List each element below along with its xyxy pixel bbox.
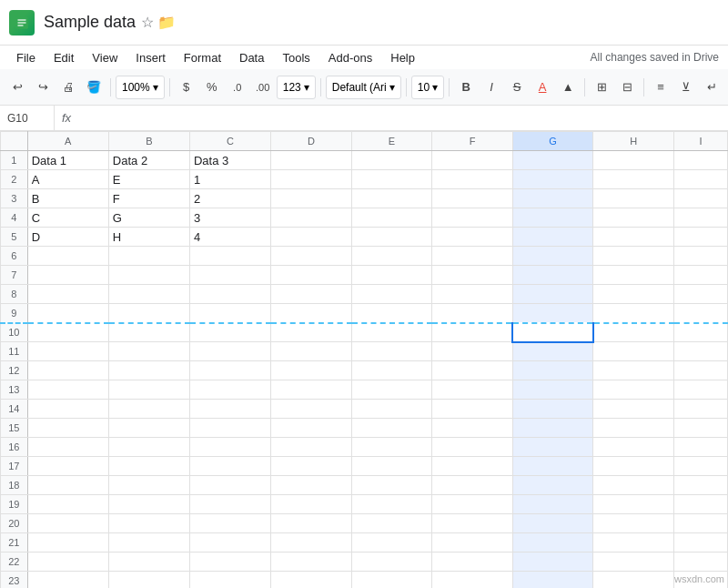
cell-H8[interactable] [593, 285, 674, 304]
cell-G12[interactable] [512, 361, 593, 380]
cell-C7[interactable] [189, 266, 270, 285]
cell-B1[interactable]: Data 2 [108, 151, 189, 170]
row-header-4[interactable]: 4 [1, 208, 28, 228]
cell-B18[interactable] [108, 476, 189, 495]
cell-G16[interactable] [512, 438, 593, 457]
cell-A12[interactable] [27, 361, 108, 380]
cell-B20[interactable] [108, 514, 189, 533]
cell-I12[interactable] [673, 361, 727, 380]
row-header-17[interactable]: 17 [1, 457, 28, 476]
cell-H20[interactable] [593, 514, 674, 533]
menu-tools[interactable]: Tools [275, 49, 317, 66]
cell-D9[interactable] [271, 304, 352, 323]
cell-B21[interactable] [108, 533, 189, 553]
cell-F6[interactable] [432, 247, 513, 266]
cell-D20[interactable] [271, 514, 352, 533]
cell-I22[interactable] [673, 553, 727, 572]
cell-A14[interactable] [27, 400, 108, 419]
cell-H4[interactable] [593, 208, 674, 228]
cell-H15[interactable] [593, 419, 674, 438]
cell-B23[interactable] [108, 572, 189, 589]
col-header-C[interactable]: C [189, 132, 270, 151]
cell-B10[interactable] [108, 323, 189, 342]
zoom-dropdown[interactable]: 100% ▾ [116, 76, 165, 99]
cell-C12[interactable] [189, 361, 270, 380]
cell-A21[interactable] [27, 533, 108, 553]
cell-B12[interactable] [108, 361, 189, 380]
cell-B15[interactable] [108, 419, 189, 438]
cell-H1[interactable] [593, 151, 674, 170]
cell-C9[interactable] [189, 304, 270, 323]
cell-A2[interactable]: A [27, 170, 108, 189]
cell-E17[interactable] [351, 457, 432, 476]
cell-A17[interactable] [27, 457, 108, 476]
cell-B9[interactable] [108, 304, 189, 323]
borders-button[interactable]: ⊞ [590, 76, 613, 99]
cell-H3[interactable] [593, 189, 674, 208]
menu-insert[interactable]: Insert [128, 49, 173, 66]
font-dropdown[interactable]: Default (Ari ▾ [326, 76, 401, 99]
col-header-D[interactable]: D [271, 132, 352, 151]
cell-D15[interactable] [271, 419, 352, 438]
cell-A10[interactable] [27, 323, 108, 342]
cell-G3[interactable] [512, 189, 593, 208]
print-button[interactable]: 🖨 [56, 76, 80, 99]
cell-E10[interactable] [351, 323, 432, 342]
cell-A22[interactable] [27, 553, 108, 572]
cell-G21[interactable] [512, 533, 593, 553]
cell-E20[interactable] [351, 514, 432, 533]
cell-F2[interactable] [432, 170, 513, 189]
cell-B14[interactable] [108, 400, 189, 419]
cell-D4[interactable] [271, 208, 352, 228]
menu-help[interactable]: Help [383, 49, 422, 66]
cell-D3[interactable] [271, 189, 352, 208]
cell-H7[interactable] [593, 266, 674, 285]
cell-E6[interactable] [351, 247, 432, 266]
cell-A20[interactable] [27, 514, 108, 533]
cell-E5[interactable] [351, 228, 432, 247]
cell-E22[interactable] [351, 553, 432, 572]
cell-D14[interactable] [271, 400, 352, 419]
cell-ref-box[interactable]: G10 [0, 106, 55, 130]
row-header-6[interactable]: 6 [1, 247, 28, 266]
cell-F9[interactable] [432, 304, 513, 323]
cell-D13[interactable] [271, 380, 352, 400]
cell-C16[interactable] [189, 438, 270, 457]
cell-F8[interactable] [432, 285, 513, 304]
cell-B6[interactable] [108, 247, 189, 266]
cell-A7[interactable] [27, 266, 108, 285]
cell-C3[interactable]: 2 [189, 189, 270, 208]
cell-C8[interactable] [189, 285, 270, 304]
cell-H5[interactable] [593, 228, 674, 247]
col-header-H[interactable]: H [593, 132, 674, 151]
row-header-2[interactable]: 2 [1, 170, 28, 189]
cell-I16[interactable] [673, 438, 727, 457]
cell-G14[interactable] [512, 400, 593, 419]
cell-E3[interactable] [351, 189, 432, 208]
menu-view[interactable]: View [85, 49, 125, 66]
cell-F21[interactable] [432, 533, 513, 553]
percent-button[interactable]: % [200, 76, 224, 99]
cell-B22[interactable] [108, 553, 189, 572]
cell-F5[interactable] [432, 228, 513, 247]
cell-E2[interactable] [351, 170, 432, 189]
cell-C22[interactable] [189, 553, 270, 572]
cell-E16[interactable] [351, 438, 432, 457]
cell-F17[interactable] [432, 457, 513, 476]
cell-H14[interactable] [593, 400, 674, 419]
row-header-16[interactable]: 16 [1, 438, 28, 457]
row-header-7[interactable]: 7 [1, 266, 28, 285]
cell-G9[interactable] [512, 304, 593, 323]
cell-G22[interactable] [512, 553, 593, 572]
cell-H9[interactable] [593, 304, 674, 323]
bold-button[interactable]: B [454, 76, 478, 99]
cell-I7[interactable] [673, 266, 727, 285]
cell-D5[interactable] [271, 228, 352, 247]
cell-B8[interactable] [108, 285, 189, 304]
cell-F20[interactable] [432, 514, 513, 533]
cell-G18[interactable] [512, 476, 593, 495]
currency-button[interactable]: $ [175, 76, 198, 99]
cell-C2[interactable]: 1 [189, 170, 270, 189]
cell-A9[interactable] [27, 304, 108, 323]
undo-button[interactable]: ↩ [5, 76, 29, 99]
